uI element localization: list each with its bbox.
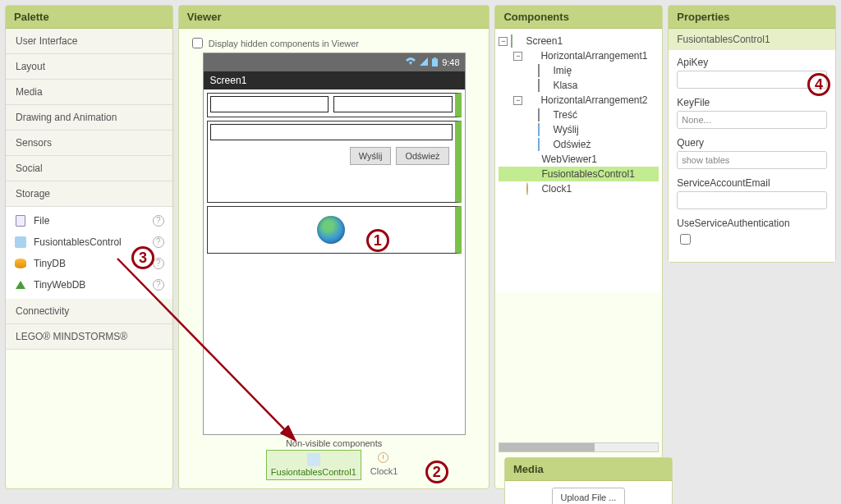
- button-icon: [538, 124, 549, 135]
- globe-icon: [526, 153, 538, 165]
- media-header: Media: [505, 458, 672, 481]
- tree-node-fusiontables[interactable]: FusiontablesControl1: [499, 167, 659, 181]
- query-label: Query: [677, 137, 827, 149]
- annotation-3: 3: [131, 246, 154, 269]
- tree-label: FusiontablesControl1: [541, 168, 634, 180]
- palette-header: Palette: [6, 6, 172, 29]
- send-button[interactable]: Wyślij: [350, 147, 392, 165]
- tree-node-imie[interactable]: Imię: [499, 63, 659, 78]
- puzzle-icon: [526, 168, 538, 180]
- svg-rect-2: [432, 58, 438, 66]
- phone-content: Wyślij Odśwież: [204, 89, 465, 434]
- puzzle-icon: [307, 453, 320, 466]
- annotation-4: 4: [807, 73, 830, 96]
- textbox-icon: [538, 80, 549, 91]
- tree-scrollbar[interactable]: [499, 442, 659, 452]
- tree-node-harr2[interactable]: − HorizontalArrangement2: [499, 93, 659, 108]
- properties-panel: Properties FusiontablesControl1 ApiKey K…: [668, 5, 836, 263]
- nonvisible-label: Clock1: [370, 466, 398, 476]
- webviewer[interactable]: [207, 206, 462, 254]
- clock-icon: [526, 183, 538, 195]
- keyfile-label: KeyFile: [677, 97, 827, 108]
- layout-icon: [526, 94, 537, 106]
- nonvisible-fusiontables[interactable]: FusiontablesControl1: [266, 450, 361, 480]
- palette-item-label: TinyWebDB: [34, 279, 85, 291]
- wifi-icon: [406, 57, 416, 67]
- palette-item-file[interactable]: File ?: [6, 210, 172, 231]
- palette-category[interactable]: User Interface: [6, 29, 172, 54]
- tree-label: Klasa: [553, 80, 577, 91]
- nonvisible-header: Non-visible components: [189, 438, 480, 448]
- database-icon: [14, 257, 27, 270]
- clock-icon: [378, 452, 391, 465]
- tree-label: Clock1: [541, 183, 572, 195]
- palette-category[interactable]: Drawing and Animation: [6, 105, 172, 131]
- help-icon[interactable]: ?: [153, 258, 164, 269]
- button-icon: [538, 139, 549, 150]
- tree-node-harr1[interactable]: − HorizontalArrangement1: [499, 48, 659, 63]
- palette-category[interactable]: Storage: [6, 181, 172, 207]
- usa-checkbox[interactable]: [680, 234, 691, 245]
- usa-label: UseServiceAuthentication: [677, 218, 827, 229]
- palette-item-tinywebdb[interactable]: TinyWebDB ?: [6, 274, 172, 296]
- tree-node-clock[interactable]: Clock1: [499, 181, 659, 196]
- tree-node-odswiez[interactable]: Odśwież: [499, 137, 659, 152]
- annotation-2: 2: [425, 460, 448, 483]
- file-icon: [14, 214, 27, 227]
- show-hidden-label: Display hidden components in Viewer: [209, 39, 359, 48]
- show-hidden-checkbox[interactable]: [192, 38, 203, 48]
- keyfile-input[interactable]: [677, 111, 827, 129]
- apikey-input[interactable]: [677, 71, 827, 89]
- media-panel: Media Upload File ...: [504, 457, 673, 494]
- refresh-button[interactable]: Odśwież: [396, 147, 448, 165]
- tree-node-wyslij[interactable]: Wyślij: [499, 122, 659, 137]
- components-panel: Components − Screen1 − HorizontalArrange…: [494, 5, 663, 489]
- sae-label: ServiceAccountEmail: [677, 177, 827, 189]
- tree-label: Screen1: [526, 35, 563, 47]
- help-icon[interactable]: ?: [153, 279, 164, 291]
- palette-category[interactable]: LEGO® MINDSTORMS®: [6, 324, 172, 350]
- globe-icon: [317, 216, 345, 244]
- nonvisible-clock[interactable]: Clock1: [366, 450, 402, 480]
- textbox-icon: [538, 109, 549, 121]
- upload-file-button[interactable]: Upload File ...: [552, 488, 626, 494]
- tree-node-klasa[interactable]: Klasa: [499, 78, 659, 93]
- help-icon[interactable]: ?: [153, 236, 164, 248]
- tree-node-screen1[interactable]: − Screen1: [499, 34, 659, 48]
- palette-category[interactable]: Layout: [6, 54, 172, 80]
- annotation-1: 1: [366, 229, 389, 252]
- palette-category[interactable]: Sensors: [6, 131, 172, 156]
- form-icon: [511, 35, 522, 47]
- textbox-imie[interactable]: [210, 96, 329, 112]
- palette-item-label: FusiontablesControl: [34, 236, 122, 248]
- horizontal-arrangement-2[interactable]: Wyślij Odśwież: [207, 121, 462, 203]
- textbox-tresc[interactable]: [210, 124, 453, 140]
- palette-category[interactable]: Media: [6, 80, 172, 105]
- tree-node-tresc[interactable]: Treść: [499, 108, 659, 122]
- tree-node-webviewer[interactable]: WebViewer1: [499, 152, 659, 167]
- palette-panel: Palette User Interface Layout Media Draw…: [5, 5, 173, 489]
- layout-icon: [526, 50, 537, 62]
- collapse-icon[interactable]: −: [513, 52, 522, 61]
- apikey-label: ApiKey: [677, 57, 827, 68]
- properties-component-name: FusiontablesControl1: [669, 29, 835, 50]
- textbox-klasa[interactable]: [333, 96, 453, 112]
- battery-icon: [432, 57, 438, 68]
- tree-label: Wyślij: [553, 124, 578, 135]
- collapse-icon[interactable]: −: [513, 96, 522, 105]
- query-input[interactable]: [677, 151, 827, 169]
- components-header: Components: [495, 6, 662, 29]
- palette-category[interactable]: Connectivity: [6, 299, 172, 324]
- tree-label: Imię: [553, 65, 572, 76]
- phone-preview: 9:48 Screen1 Wyślij Odśwież: [203, 53, 466, 435]
- textbox-icon: [538, 65, 549, 76]
- help-icon[interactable]: ?: [153, 215, 164, 227]
- horizontal-arrangement-1[interactable]: [207, 93, 462, 117]
- puzzle-icon: [14, 236, 27, 249]
- tree-label: Odśwież: [553, 139, 591, 150]
- collapse-icon[interactable]: −: [499, 37, 508, 46]
- nonvisible-label: FusiontablesControl1: [271, 467, 356, 477]
- palette-category[interactable]: Social: [6, 156, 172, 181]
- sae-input[interactable]: [677, 191, 827, 209]
- tree-label: WebViewer1: [541, 153, 597, 165]
